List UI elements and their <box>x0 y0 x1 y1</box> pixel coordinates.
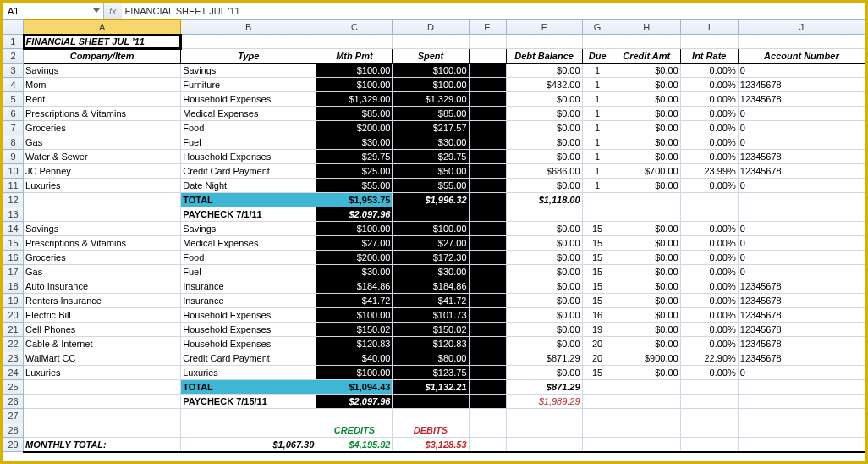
cell[interactable]: Water & Sewer <box>24 150 181 164</box>
cell[interactable]: 0.00% <box>680 135 738 150</box>
row-header[interactable]: 12 <box>3 193 24 207</box>
row-header[interactable]: 6 <box>3 107 24 121</box>
name-box-input[interactable] <box>6 5 65 17</box>
cell[interactable]: $871.29 <box>506 351 582 366</box>
cell[interactable]: $0.00 <box>613 78 680 92</box>
cell[interactable]: $30.00 <box>393 265 469 279</box>
cell[interactable] <box>469 78 506 92</box>
cell[interactable] <box>24 193 181 207</box>
cell[interactable] <box>506 438 582 452</box>
cell[interactable]: $120.83 <box>393 337 469 351</box>
cell[interactable]: $0.00 <box>506 222 582 236</box>
cell[interactable]: $686.00 <box>506 164 582 179</box>
cell[interactable] <box>680 35 738 49</box>
cell[interactable] <box>582 193 613 207</box>
cell[interactable]: 0.00% <box>680 121 738 135</box>
cell[interactable]: 12345678 <box>738 279 865 294</box>
cell[interactable] <box>469 265 506 279</box>
cell[interactable]: Electric Bill <box>24 308 181 323</box>
cell[interactable]: $100.00 <box>393 78 469 92</box>
cell[interactable]: $100.00 <box>316 64 393 78</box>
header-company[interactable]: Company/Item <box>24 49 181 64</box>
cell[interactable] <box>469 366 506 380</box>
cell[interactable]: Food <box>181 251 316 265</box>
cell[interactable]: $0.00 <box>613 92 680 107</box>
row-header[interactable]: 21 <box>3 323 24 337</box>
cell[interactable]: $0.00 <box>506 92 582 107</box>
formula-input[interactable]: FINANCIAL SHEET JUL '11 <box>122 3 865 19</box>
cell[interactable]: Insurance <box>181 279 316 294</box>
cell[interactable] <box>469 380 506 395</box>
row-header[interactable]: 11 <box>3 179 24 193</box>
cell[interactable]: $1,132.21 <box>393 380 469 395</box>
cell[interactable] <box>613 193 680 207</box>
cell[interactable]: 12345678 <box>738 294 865 308</box>
col-header-B[interactable]: B <box>181 20 316 35</box>
cell[interactable] <box>469 323 506 337</box>
row-header[interactable]: 29 <box>3 438 24 452</box>
cell[interactable]: $0.00 <box>613 251 680 265</box>
cell[interactable]: 0.00% <box>680 337 738 351</box>
cell[interactable]: $100.00 <box>316 308 393 323</box>
cell[interactable]: Medical Expenses <box>181 236 316 251</box>
cell[interactable]: Mom <box>24 78 181 92</box>
cell[interactable] <box>469 35 506 49</box>
cell[interactable]: $0.00 <box>613 179 680 193</box>
cell[interactable]: 0 <box>738 121 865 135</box>
row-header[interactable]: 17 <box>3 265 24 279</box>
cell[interactable] <box>613 35 680 49</box>
cell[interactable]: Household Expenses <box>181 308 316 323</box>
cell[interactable] <box>469 207 506 222</box>
cell[interactable]: $150.02 <box>316 323 393 337</box>
cell[interactable] <box>613 207 680 222</box>
cell[interactable]: $0.00 <box>506 107 582 121</box>
cell[interactable]: 0.00% <box>680 107 738 121</box>
cell[interactable]: $0.00 <box>613 222 680 236</box>
cell[interactable]: 0.00% <box>680 78 738 92</box>
cell[interactable]: 16 <box>582 308 613 323</box>
row-header[interactable]: 2 <box>3 49 24 64</box>
cell[interactable]: $50.00 <box>393 164 469 179</box>
cell[interactable]: PAYCHECK 7/15/11 <box>181 395 316 409</box>
cell[interactable] <box>393 207 469 222</box>
cell[interactable]: Groceries <box>24 251 181 265</box>
cell[interactable]: $25.00 <box>316 164 393 179</box>
row-header[interactable]: 18 <box>3 279 24 294</box>
cell[interactable] <box>680 193 738 207</box>
cell[interactable]: 1 <box>582 121 613 135</box>
cell[interactable]: 15 <box>582 294 613 308</box>
cell[interactable]: $0.00 <box>613 121 680 135</box>
cell[interactable]: $29.75 <box>316 150 393 164</box>
cell[interactable]: Household Expenses <box>181 92 316 107</box>
cell[interactable]: 1 <box>582 179 613 193</box>
cell[interactable]: 0.00% <box>680 323 738 337</box>
cell[interactable]: 0.00% <box>680 265 738 279</box>
cell[interactable] <box>680 395 738 409</box>
cell[interactable]: 0.00% <box>680 236 738 251</box>
cell[interactable] <box>469 150 506 164</box>
cell[interactable] <box>469 164 506 179</box>
cell[interactable]: JC Penney <box>24 164 181 179</box>
cell[interactable] <box>24 207 181 222</box>
cell[interactable] <box>469 308 506 323</box>
cell[interactable]: $0.00 <box>506 121 582 135</box>
cell[interactable]: $85.00 <box>393 107 469 121</box>
cell[interactable]: 15 <box>582 279 613 294</box>
cell[interactable]: 0 <box>738 366 865 380</box>
cell[interactable]: 1 <box>582 164 613 179</box>
cell[interactable]: 0.00% <box>680 366 738 380</box>
cell[interactable] <box>181 409 316 423</box>
worksheet[interactable]: A B C D E F G H I J 1 FINANCIAL SHEET JU… <box>3 19 865 461</box>
cell[interactable]: $100.00 <box>316 222 393 236</box>
cell[interactable]: Fuel <box>181 135 316 150</box>
cell[interactable]: $0.00 <box>506 308 582 323</box>
col-header-H[interactable]: H <box>613 20 680 35</box>
cell[interactable]: 1 <box>582 107 613 121</box>
cell[interactable] <box>469 337 506 351</box>
cell[interactable]: $85.00 <box>316 107 393 121</box>
cell[interactable] <box>680 423 738 438</box>
row-header[interactable]: 10 <box>3 164 24 179</box>
cell[interactable]: 0 <box>738 251 865 265</box>
cell[interactable]: $55.00 <box>316 179 393 193</box>
cell[interactable]: $2,097.96 <box>316 207 393 222</box>
